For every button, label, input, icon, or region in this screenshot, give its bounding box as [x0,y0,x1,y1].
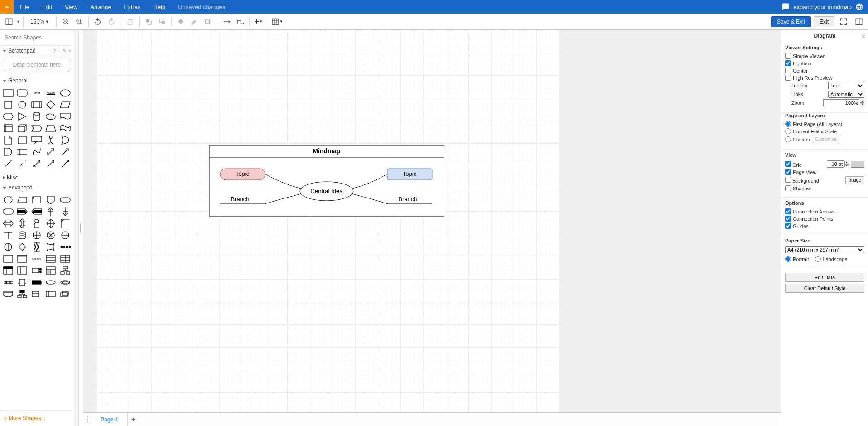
canvas[interactable]: Mindmap Central Idea Topic Topic Branch [83,30,781,412]
shape-cube[interactable] [16,123,29,134]
menu-file[interactable]: File [14,0,36,14]
zoom-down[interactable]: ▼ [860,103,864,106]
adv-shape-12[interactable] [16,218,29,229]
adv-shape-16[interactable] [2,230,14,241]
shape-dashed[interactable] [16,158,29,169]
shape-triangle[interactable] [16,111,29,122]
adv-shape-14[interactable] [44,218,57,229]
menu-help[interactable]: Help [147,0,172,14]
adv-shape-25[interactable] [59,242,72,252]
connection-button[interactable] [220,15,233,28]
adv-shape-24[interactable] [44,242,57,252]
scratchpad-dropzone[interactable]: Drag elements here [3,58,71,72]
shape-step[interactable] [30,123,43,134]
highres-checkbox[interactable]: High Res Preview [785,75,832,81]
shape-document[interactable] [59,111,72,122]
adv-shape-5[interactable] [59,194,72,205]
shape-hexagon[interactable] [2,111,14,122]
scratchpad-help-icon[interactable]: ? [53,48,56,54]
adv-shape-40[interactable] [2,289,14,300]
redo-button[interactable] [105,15,118,28]
adv-shape-8[interactable] [30,206,43,217]
format-panel-toggle[interactable] [853,15,865,28]
globe-icon[interactable] [855,3,863,11]
zoom-out-button[interactable] [73,15,86,28]
scratchpad-close-icon[interactable]: × [68,48,71,54]
shape-callout[interactable] [30,135,43,145]
shape-line[interactable] [2,158,14,169]
shape-biarrow[interactable] [44,146,57,157]
view-mode-button[interactable] [3,15,15,28]
adv-shape-44[interactable] [59,289,72,300]
search-shapes-input[interactable] [3,33,74,43]
grid-down[interactable]: ▼ [844,164,849,167]
shape-trapezoid[interactable] [44,123,57,134]
shape-arrow[interactable] [59,146,72,157]
adv-shape-27[interactable] [16,253,29,264]
shape-card[interactable] [16,135,29,145]
background-checkbox[interactable]: Background [785,177,819,184]
adv-shape-15[interactable] [59,218,72,229]
insert-button[interactable]: +▼ [252,15,265,28]
shape-cylinder[interactable] [30,111,43,122]
lightbox-checkbox[interactable]: Lightbox [785,60,812,66]
adv-shape-3[interactable] [30,194,43,205]
shape-line-bi[interactable] [30,158,43,169]
shadow-checkbox[interactable]: Shadow [785,185,811,191]
menu-edit[interactable]: Edit [36,0,58,14]
conn-arrows-checkbox[interactable]: Connection Arrows [785,208,834,214]
paper-size-select[interactable]: A4 (210 mm x 297 mm) [785,246,864,253]
links-select[interactable]: Automatic [828,91,864,98]
page-tabs-menu[interactable]: ⋮ [83,415,92,424]
adv-shape-23[interactable] [30,242,43,252]
grid-checkbox[interactable]: Grid [785,161,802,168]
mindmap-container[interactable]: Mindmap Central Idea Topic Topic Branch [209,145,444,216]
zoom-input[interactable] [823,99,859,106]
guides-checkbox[interactable]: Guides [785,223,809,229]
shape-or[interactable] [59,135,72,145]
menu-arrange[interactable]: Arrange [84,0,117,14]
adv-shape-33[interactable] [44,265,57,276]
zoom-up[interactable]: ▲ [860,100,864,103]
adv-shape-10[interactable] [59,206,72,217]
line-color-button[interactable] [188,15,201,28]
shape-parallelogram[interactable] [59,99,72,110]
shape-tape[interactable] [59,123,72,134]
page-tab-1[interactable]: Page-1 [92,413,128,426]
scratchpad-add-icon[interactable]: + [58,48,60,54]
save-exit-button[interactable]: Save & Exit [771,16,811,27]
adv-shape-34[interactable] [59,265,72,276]
adv-shape-13[interactable] [30,218,43,229]
shape-heading[interactable]: Heading [44,87,57,98]
center-checkbox[interactable]: Center [785,68,808,73]
toolbar-select[interactable]: Top [828,82,864,89]
current-editor-radio[interactable]: Current Editor State [785,128,837,134]
shape-and[interactable] [2,146,14,157]
customize-button[interactable]: Customize [812,136,839,143]
adv-shape-1[interactable] [2,194,14,205]
first-page-radio[interactable]: First Page (All Layers) [785,121,842,127]
adv-shape-38[interactable] [44,277,57,288]
waypoint-button[interactable] [234,15,246,28]
fullscreen-button[interactable] [837,15,850,28]
exit-button[interactable]: Exit [814,16,834,27]
section-general[interactable]: General [0,76,74,86]
shape-process[interactable] [30,99,43,110]
shape-roundrect[interactable] [16,87,29,98]
page-view-checkbox[interactable]: Page View [785,169,816,175]
shape-actor[interactable] [44,135,57,145]
shadow-button[interactable] [202,15,214,28]
adv-shape-31[interactable] [16,265,29,276]
adv-shape-42[interactable] [30,289,43,300]
grid-size-input[interactable] [827,160,844,168]
adv-shape-20[interactable] [59,230,72,241]
fill-color-button[interactable] [174,15,187,28]
adv-shape-22[interactable] [16,242,29,252]
shape-datastore[interactable] [16,146,29,157]
sidebar-scrollbar[interactable] [74,30,79,426]
shape-rect[interactable] [2,87,14,98]
portrait-radio[interactable]: Portrait [785,256,809,262]
shape-text[interactable]: Text [30,87,43,98]
adv-shape-29[interactable] [59,253,72,264]
shape-internal-storage[interactable] [2,123,14,134]
